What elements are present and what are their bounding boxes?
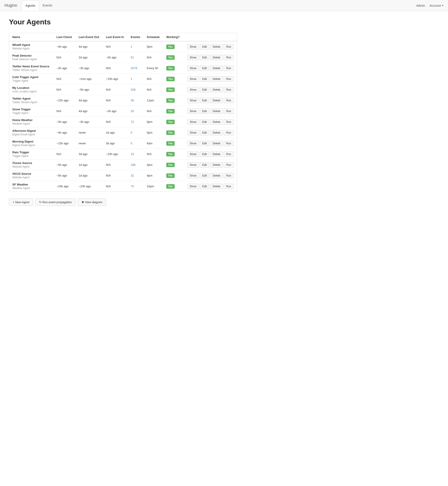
cell-events-5[interactable]: 36 [128,95,144,106]
brand-logo[interactable]: Huginn [4,3,17,8]
working-badge-9: Yes [166,141,175,146]
cell-events-7[interactable]: 72 [128,116,144,127]
show-button-3[interactable]: Show [187,76,199,82]
edit-button-10[interactable]: Edit [200,151,209,157]
edit-button-6[interactable]: Edit [200,108,209,114]
show-button-0[interactable]: Show [187,44,199,49]
delete-button-4[interactable]: Delete [210,87,223,92]
show-button-8[interactable]: Show [187,130,199,135]
run-button-5[interactable]: Run [224,98,234,103]
delete-button-0[interactable]: Delete [210,44,223,49]
events-link-12[interactable]: 32 [131,174,134,177]
edit-button-13[interactable]: Edit [200,184,209,189]
delete-button-2[interactable]: Delete [210,66,223,71]
cell-events-8[interactable]: 0 [128,127,144,138]
delete-button-11[interactable]: Delete [210,162,223,168]
agents-table: Name Last Check Last Event Out Last Even… [9,33,237,192]
delete-button-8[interactable]: Delete [210,130,223,135]
run-button-2[interactable]: Run [224,66,234,71]
delete-button-13[interactable]: Delete [210,184,223,189]
nav-item-events[interactable]: Events [39,0,56,10]
run-button-3[interactable]: Run [224,76,234,82]
show-button-7[interactable]: Show [187,119,199,125]
events-link-1[interactable]: 51 [131,56,134,59]
working-badge-4: Yes [166,88,175,92]
events-link-13[interactable]: 70 [131,185,134,188]
cell-events-0[interactable]: 1 [128,41,144,52]
edit-button-1[interactable]: Edit [200,55,209,60]
run-button-7[interactable]: Run [224,119,234,125]
cell-last-event-out-7: ~3h ago [76,116,103,127]
edit-button-12[interactable]: Edit [200,173,209,178]
show-button-13[interactable]: Show [187,184,199,189]
edit-button-4[interactable]: Edit [200,87,209,92]
cell-events-1[interactable]: 51 [128,52,144,63]
cell-events-3[interactable]: 1 [128,74,144,84]
show-button-4[interactable]: Show [187,87,199,92]
nav-item-agents[interactable]: Agents [22,0,39,11]
show-button-6[interactable]: Show [187,108,199,114]
delete-button-5[interactable]: Delete [210,98,223,103]
events-link-11[interactable]: 186 [131,163,136,166]
edit-button-5[interactable]: Edit [200,98,209,103]
delete-button-3[interactable]: Delete [210,76,223,82]
run-button-8[interactable]: Run [224,130,234,135]
delete-button-10[interactable]: Delete [210,151,223,157]
edit-button-7[interactable]: Edit [200,119,209,125]
events-link-5[interactable]: 36 [131,99,134,102]
run-button-6[interactable]: Run [224,108,234,114]
show-button-10[interactable]: Show [187,151,199,157]
edit-button-8[interactable]: Edit [200,130,209,135]
cell-last-event-out-1: 2d ago [76,52,103,63]
events-link-2[interactable]: 3279 [131,66,137,70]
run-button-1[interactable]: Run [224,55,234,60]
delete-button-6[interactable]: Delete [210,108,223,114]
edit-button-0[interactable]: Edit [200,44,209,49]
cell-events-4[interactable]: 328 [128,84,144,95]
show-button-11[interactable]: Show [187,162,199,168]
view-diagram-button[interactable]: ✖ View diagram [78,198,106,206]
show-button-12[interactable]: Show [187,173,199,178]
new-agent-button[interactable]: + New Agent [9,198,33,206]
cell-events-10[interactable]: 15 [128,149,144,160]
events-link-4[interactable]: 328 [131,88,136,91]
show-button-9[interactable]: Show [187,141,199,146]
delete-button-7[interactable]: Delete [210,119,223,125]
cell-events-6[interactable]: 20 [128,106,144,116]
agent-name-12: XKCD Source [12,172,50,175]
delete-button-9[interactable]: Delete [210,141,223,146]
run-button-4[interactable]: Run [224,87,234,92]
cell-events-11[interactable]: 186 [128,160,144,170]
events-link-3[interactable]: 1 [131,77,132,81]
run-button-0[interactable]: Run [224,44,234,49]
edit-button-9[interactable]: Edit [200,141,209,146]
cell-events-2[interactable]: 3279 [128,63,144,74]
cell-events-12[interactable]: 32 [128,170,144,181]
cell-schedule-10: N/A [144,149,163,160]
edit-button-3[interactable]: Edit [200,76,209,82]
events-link-7[interactable]: 72 [131,120,134,124]
nav-admin[interactable]: Admin [416,4,425,7]
delete-button-1[interactable]: Delete [210,55,223,60]
run-button-12[interactable]: Run [224,173,234,178]
show-button-1[interactable]: Show [187,55,199,60]
run-button-9[interactable]: Run [224,141,234,146]
show-button-2[interactable]: Show [187,66,199,71]
cell-last-event-in-6: ~3h ago [103,106,128,116]
edit-button-2[interactable]: Edit [200,66,209,71]
show-button-5[interactable]: Show [187,98,199,103]
nav-account[interactable]: Account [429,4,444,7]
cell-events-13[interactable]: 70 [128,181,144,192]
events-link-8[interactable]: 0 [131,131,132,134]
edit-button-11[interactable]: Edit [200,162,209,168]
cell-events-9[interactable]: 0 [128,138,144,149]
run-button-10[interactable]: Run [224,151,234,157]
run-button-11[interactable]: Run [224,162,234,168]
run-button-13[interactable]: Run [224,184,234,189]
events-link-0[interactable]: 1 [131,45,132,48]
events-link-6[interactable]: 20 [131,109,134,113]
run-propagation-button[interactable]: ↻ Run event propagation [35,198,76,206]
events-link-10[interactable]: 15 [131,152,134,156]
delete-button-12[interactable]: Delete [210,173,223,178]
events-link-9[interactable]: 0 [131,142,132,145]
